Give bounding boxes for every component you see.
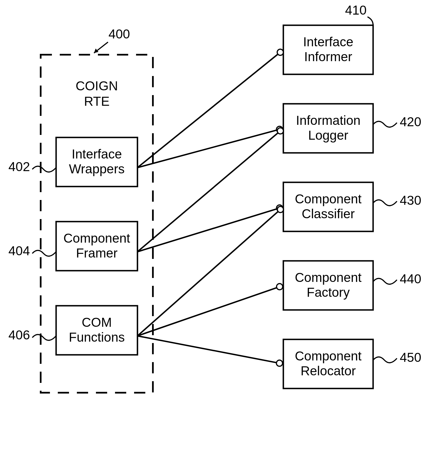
label-component-factory-1: Component — [295, 270, 362, 285]
label-component-framer-2: Framer — [76, 246, 118, 260]
edge-com-functions-to-component-factory — [137, 287, 280, 336]
edge-interface-wrappers-to-interface-informer-head-icon — [277, 49, 283, 55]
edge-component-framer-to-information-logger-head-icon — [277, 128, 283, 134]
ref-450-leader — [373, 357, 397, 363]
label-interface-informer-2: Informer — [304, 49, 352, 64]
label-com-functions-2: Functions — [69, 330, 125, 344]
label-interface-informer-1: Interface — [303, 35, 353, 49]
ref-410: 410 — [345, 3, 367, 17]
edge-com-functions-to-component-classifier — [137, 210, 281, 336]
ref-430: 430 — [400, 193, 421, 208]
ref-430-leader — [373, 200, 397, 206]
edge-com-functions-to-component-factory-head-icon — [277, 284, 283, 290]
label-component-factory-2: Factory — [307, 285, 350, 300]
ref-440: 440 — [400, 272, 421, 286]
ref-404: 404 — [8, 243, 30, 258]
edge-com-functions-to-component-classifier-head-icon — [277, 206, 284, 213]
label-information-logger-2: Logger — [308, 128, 348, 142]
label-information-logger-1: Information — [296, 113, 360, 128]
ref-420-leader — [373, 121, 397, 127]
ref-410-leader — [367, 17, 373, 25]
ref-400: 400 — [109, 27, 130, 41]
ref-402-leader — [32, 166, 56, 172]
label-component-framer-1: Component — [63, 231, 130, 245]
ref-406: 406 — [8, 328, 30, 342]
edge-interface-wrappers-to-interface-informer — [137, 52, 280, 167]
edge-interface-wrappers-to-information-logger — [137, 129, 279, 167]
label-com-functions-1: COM — [82, 315, 112, 330]
label-interface-wrappers-2: Wrappers — [69, 162, 125, 176]
ref-450: 450 — [400, 350, 421, 365]
coign-rte-title-line2: RTE — [84, 94, 109, 109]
label-interface-wrappers-1: Interface — [72, 147, 122, 161]
ref-404-leader — [32, 250, 56, 256]
label-component-relocator-1: Component — [295, 349, 362, 363]
ref-440-leader — [373, 279, 397, 284]
coign-rte-diagram: COIGNRTE400InterfaceWrappers402Component… — [0, 0, 448, 476]
ref-420: 420 — [400, 114, 421, 129]
label-component-classifier-2: Classifier — [302, 206, 355, 221]
edge-com-functions-to-component-relocator — [137, 336, 279, 363]
coign-rte-title-line1: COIGN — [76, 79, 118, 93]
ref-406-leader — [32, 335, 56, 341]
ref-402: 402 — [8, 159, 30, 174]
label-component-relocator-2: Relocator — [301, 364, 356, 378]
edge-com-functions-to-component-relocator-head-icon — [276, 360, 282, 366]
ref-400-leader-head — [94, 49, 98, 53]
label-component-classifier-1: Component — [295, 192, 362, 206]
